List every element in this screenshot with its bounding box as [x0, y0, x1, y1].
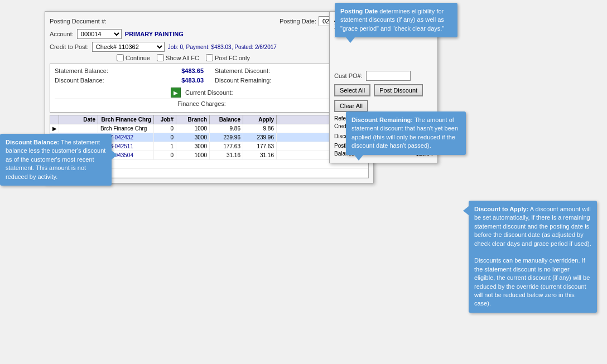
col-balance: Balance	[210, 115, 243, 124]
row-marker: ▶	[50, 124, 59, 133]
discount-balance-callout: Discount Balance: The statement balance …	[0, 134, 112, 186]
cust-po-label: Cust PO#:	[334, 72, 363, 79]
row-balance: 9.86	[210, 124, 243, 133]
account-label: Account:	[50, 31, 74, 37]
account-select[interactable]: 000014	[77, 29, 122, 39]
callout-posting-date-text: Posting Date determines eligibility for …	[340, 8, 444, 32]
continue-checkbox-item: Continue	[117, 54, 150, 61]
cust-po-input[interactable]	[366, 71, 411, 81]
row-balance: 239.96	[210, 133, 243, 142]
post-fc-only-checkbox-item: Post FC only	[206, 54, 250, 61]
row-apply: 239.96	[243, 133, 277, 142]
row-branch: 3000	[176, 133, 210, 142]
row-job: 0	[154, 151, 176, 159]
grid-header: Date Brch Finance Chrg Job# Branch Balan…	[50, 115, 368, 124]
post-fc-only-label: Post FC only	[215, 55, 250, 61]
callout-discount-to-apply-text: Discount to Apply: A discount amount wil…	[474, 206, 591, 307]
statement-balance-row: Statement Balance: $483.65	[55, 67, 204, 74]
clear-all-button[interactable]: Clear All	[334, 100, 368, 112]
show-all-fc-checkbox-item: Show All FC	[157, 54, 199, 61]
statement-balance-label: Statement Balance:	[55, 67, 108, 74]
discount-to-apply-callout: Discount to Apply: A discount amount wil…	[469, 201, 597, 313]
row-date	[59, 124, 98, 133]
row-apply: 31.16	[243, 151, 277, 159]
continue-label: Continue	[126, 55, 150, 61]
finance-charges-row: Finance Charges: $34.90	[55, 99, 364, 107]
show-all-fc-checkbox[interactable]	[157, 54, 164, 61]
row-job: 0	[154, 124, 176, 133]
row-desc: Brch Finance Chrg	[98, 124, 154, 133]
col-desc: Brch Finance Chrg	[98, 115, 154, 124]
row-job: 0	[154, 133, 176, 142]
show-all-fc-label: Show All FC	[166, 55, 199, 61]
finance-charges-label: Finance Charges:	[177, 100, 226, 107]
button-row: Select All Post Discount	[334, 84, 433, 96]
job-info: Job: 0, Payment: $483.03, Posted: 2/6/20…	[168, 44, 277, 50]
continue-checkbox[interactable]	[117, 54, 124, 61]
discount-remaining-label: Discount Remaining:	[215, 77, 272, 84]
credit-row: Credit to Post: Check# 110362 Job: 0, Pa…	[50, 42, 369, 52]
table-row[interactable]: ▶ Brch Finance Chrg 0 1000 9.86 9.86	[50, 124, 368, 133]
row-job: 1	[154, 142, 176, 151]
col-job: Job#	[154, 115, 176, 124]
row-branch: 1000	[176, 124, 210, 133]
green-arrow-btn[interactable]: ▶	[171, 88, 181, 98]
credit-label: Credit to Post:	[50, 43, 89, 50]
statement-balance-value: $483.65	[170, 67, 204, 74]
select-all-button[interactable]: Select All	[334, 84, 370, 96]
cust-po-row: Cust PO#:	[334, 71, 433, 81]
account-name: PRIMARY PAINTING	[125, 31, 184, 37]
row-balance: 31.16	[210, 151, 243, 159]
posting-header: Posting Document #: Posting Date: 02/06/…	[50, 16, 369, 26]
row-balance: 177.63	[210, 142, 243, 151]
post-fc-only-checkbox[interactable]	[206, 54, 213, 61]
account-row: Account: 000014 PRIMARY PAINTING	[50, 29, 369, 39]
col-branch: Branch	[176, 115, 210, 124]
checkbox-area: Continue Show All FC Post FC only	[50, 54, 369, 61]
col-date: Date	[59, 115, 98, 124]
row-apply: 9.86	[243, 124, 277, 133]
discount-remaining-callout: Discount Remaining: The amount of statem…	[346, 111, 466, 155]
discount-balance-row: Discount Balance: $483.03	[55, 77, 204, 84]
callout-discount-balance-text: Discount Balance: The statement balance …	[6, 139, 105, 180]
row-branch: 3000	[176, 142, 210, 151]
credit-select[interactable]: Check# 110362	[92, 42, 165, 52]
summary-panel: Statement Balance: $483.65 Statement Dis…	[50, 64, 369, 113]
statement-discount-label: Statement Discount:	[215, 67, 270, 74]
col-apply: Apply	[243, 115, 277, 124]
discount-balance-value: $483.03	[170, 77, 204, 84]
posting-date-label: Posting Date:	[280, 18, 316, 25]
current-discount-label: Current Discount:	[185, 89, 233, 96]
callout-discount-remaining-text: Discount Remaining: The amount of statem…	[351, 117, 458, 149]
col-marker	[50, 115, 59, 124]
row-apply: 177.63	[243, 142, 277, 151]
posting-document-label: Posting Document #:	[50, 18, 107, 25]
post-discount-button[interactable]: Post Discount	[374, 84, 423, 96]
posting-date-callout: Posting Date determines eligibility for …	[335, 3, 457, 37]
discount-balance-label: Discount Balance:	[55, 77, 104, 84]
row-branch: 1000	[176, 151, 210, 159]
